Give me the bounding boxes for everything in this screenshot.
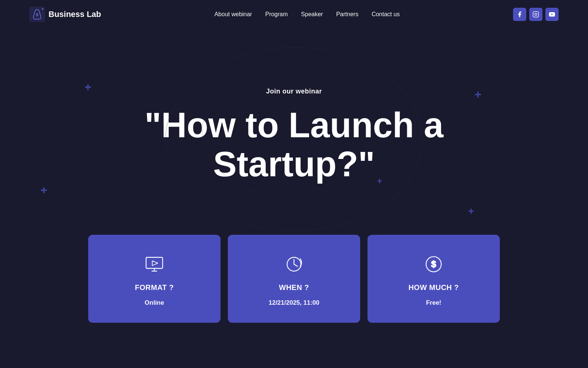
monitor-play-icon xyxy=(143,253,165,275)
svg-rect-6 xyxy=(146,257,163,268)
hero-subtitle: Join our webinar xyxy=(266,88,322,95)
instagram-button[interactable] xyxy=(529,8,542,21)
logo-text: Business Lab xyxy=(49,10,101,19)
svg-rect-3 xyxy=(533,12,539,17)
dollar-circle-icon: $ xyxy=(423,253,445,275)
instagram-icon xyxy=(533,11,539,18)
info-cards-section: FORMAT ? Online WHEN ? 12/21/2025, 11:00… xyxy=(0,235,588,323)
hero-title: "How to Launch a Startup?" xyxy=(129,106,459,183)
youtube-button[interactable] xyxy=(545,8,559,21)
format-icon xyxy=(143,252,166,276)
plus-decoration-3: + xyxy=(40,183,47,197)
card-how-much: $ HOW MUCH ? Free! xyxy=(368,235,500,323)
card-format: FORMAT ? Online xyxy=(88,235,220,323)
svg-marker-9 xyxy=(152,261,158,266)
nav-links: About webinar Program Speaker Partners C… xyxy=(214,11,399,18)
nav-link-about-webinar[interactable]: About webinar xyxy=(214,11,252,18)
nav-socials xyxy=(513,8,559,21)
hero-section: + + + + + Join our webinar "How to Launc… xyxy=(0,29,588,235)
logo[interactable]: $ + Business Lab xyxy=(29,7,101,22)
format-label: FORMAT ? xyxy=(135,283,174,292)
facebook-button[interactable] xyxy=(513,8,526,21)
nav-link-program[interactable]: Program xyxy=(265,11,288,18)
svg-text:$: $ xyxy=(431,259,436,269)
navbar: $ + Business Lab About webinar Program S… xyxy=(0,0,588,29)
nav-link-partners[interactable]: Partners xyxy=(336,11,358,18)
when-label: WHEN ? xyxy=(279,283,309,292)
plus-decoration-4: + xyxy=(377,176,382,186)
nav-link-contact-us[interactable]: Contact us xyxy=(372,11,399,18)
nav-link-speaker[interactable]: Speaker xyxy=(301,11,323,18)
logo-icon: $ + xyxy=(29,7,45,22)
plus-decoration-1: + xyxy=(85,80,92,94)
how-much-value: Free! xyxy=(426,299,441,307)
plus-decoration-2: + xyxy=(474,88,481,101)
svg-text:$: $ xyxy=(36,13,38,17)
plus-decoration-5: + xyxy=(468,205,474,217)
svg-text:+: + xyxy=(42,7,44,11)
format-value: Online xyxy=(145,299,164,307)
facebook-icon xyxy=(516,11,523,18)
how-much-icon: $ xyxy=(422,252,445,276)
when-icon xyxy=(282,252,306,276)
card-when: WHEN ? 12/21/2025, 11:00 xyxy=(228,235,360,323)
when-value: 12/21/2025, 11:00 xyxy=(269,299,319,307)
youtube-icon xyxy=(549,11,555,18)
clock-refresh-icon xyxy=(283,253,305,275)
how-much-label: HOW MUCH ? xyxy=(408,283,459,292)
